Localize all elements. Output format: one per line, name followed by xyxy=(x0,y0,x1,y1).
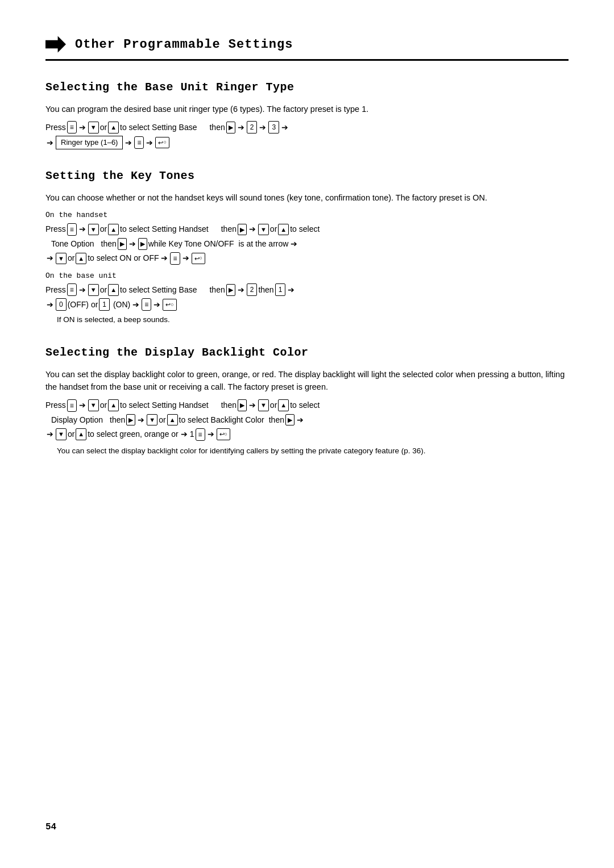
to-select-label1: to select Setting Base xyxy=(120,122,197,133)
nav-right-key3: ▶ xyxy=(118,238,127,250)
page-number: 54 xyxy=(45,820,56,834)
section1-step1: Press ≡ ➔ ▼ or ▲ to select Setting Base … xyxy=(45,121,569,133)
section2-handset-step2: Tone Option then ▶ ➔ ▶ while Key Tone ON… xyxy=(45,238,569,250)
nav-down-key: ▼ xyxy=(88,122,99,133)
section-key-tones: Setting the Key Tones You can choose whe… xyxy=(45,168,569,326)
section2-base-step1: Press ≡ ➔ ▼ or ▲ to select Setting Base … xyxy=(45,283,569,296)
nav-down-key3: ▼ xyxy=(258,224,269,236)
num0-key: 0 xyxy=(56,298,67,311)
or-label1: or xyxy=(100,122,107,133)
nav-down-key4: ▼ xyxy=(56,253,67,265)
then-label1: then xyxy=(209,122,225,133)
chapter-header: Other Programmable Settings xyxy=(45,34,569,61)
num1-key2: 1 xyxy=(99,298,110,311)
chapter-arrow-icon xyxy=(45,34,66,55)
section-ringer-type: Selecting the Base Unit Ringer Type You … xyxy=(45,79,569,149)
section1-title: Selecting the Base Unit Ringer Type xyxy=(45,79,569,96)
section1-description: You can program the desired base unit ri… xyxy=(45,103,569,115)
nav-right-key7: ▶ xyxy=(126,414,135,426)
num1-key: 1 xyxy=(275,283,286,296)
nav-down-key5: ▼ xyxy=(88,284,99,296)
nav-right-key5: ▶ xyxy=(226,284,235,296)
section2-sub2-label: On the base unit xyxy=(45,270,569,282)
nav-right-key6: ▶ xyxy=(238,399,247,411)
section-backlight: Selecting the Display Backlight Color Yo… xyxy=(45,344,569,457)
arrow1: ➔ xyxy=(79,122,86,133)
section2-title: Setting the Key Tones xyxy=(45,168,569,185)
nav-up-key2: ▲ xyxy=(108,224,119,236)
section2-handset-step1: Press ≡ ➔ ▼ or ▲ to select Setting Hands… xyxy=(45,223,569,236)
section2-sub1-label: On the handset xyxy=(45,210,569,221)
arrow7: ➔ xyxy=(146,137,153,149)
cancel-key3: ↩○ xyxy=(163,299,176,311)
section3-step1: Press ≡ ➔ ▼ or ▲ to select Setting Hands… xyxy=(45,399,569,412)
nav-down-key8: ▼ xyxy=(147,414,157,426)
nav-up-key8: ▲ xyxy=(167,414,178,426)
menu-key3: ≡ xyxy=(67,223,77,236)
cancel-key2: ↩○ xyxy=(192,253,205,265)
nav-up-key4: ▲ xyxy=(76,253,86,265)
nav-down-key6: ▼ xyxy=(88,399,99,411)
arrow5: ➔ xyxy=(47,137,53,149)
num3-key: 3 xyxy=(268,121,279,133)
nav-up-key6: ▲ xyxy=(108,399,119,411)
arrow4: ➔ xyxy=(281,122,288,133)
menu-key7: ≡ xyxy=(67,399,77,412)
chapter-title: Other Programmable Settings xyxy=(75,35,293,54)
nav-up-key: ▲ xyxy=(108,122,119,133)
section2-note: If ON is selected, a beep sounds. xyxy=(57,314,569,326)
nav-up-key3: ▲ xyxy=(278,224,289,236)
cancel-key4: ↩○ xyxy=(217,428,230,440)
nav-down-key7: ▼ xyxy=(258,399,269,411)
nav-down-key9: ▼ xyxy=(56,428,67,440)
menu-key8: ≡ xyxy=(196,428,205,441)
section1-step2: ➔ Ringer type (1–6) ➔ ≡ ➔ ↩○ xyxy=(45,136,569,149)
nav-right-key4: ▶ xyxy=(138,238,147,250)
arrow2: ➔ xyxy=(238,122,244,133)
section2-base-step2: ➔ 0 (OFF) or 1 (ON) ➔ ≡ ➔ ↩○ xyxy=(45,298,569,311)
menu-key6: ≡ xyxy=(142,298,151,311)
nav-up-key7: ▲ xyxy=(278,399,289,411)
section3-title: Selecting the Display Backlight Color xyxy=(45,344,569,361)
press-label2: Press xyxy=(45,223,66,235)
nav-up-key5: ▲ xyxy=(108,284,119,296)
menu-key: ≡ xyxy=(67,121,77,133)
section2-handset-step3: ➔ ▼ or ▲ to select ON or OFF ➔ ≡ ➔ ↩○ xyxy=(45,252,569,265)
arrow3: ➔ xyxy=(259,122,266,133)
menu-key4: ≡ xyxy=(170,252,180,265)
press-label4: Press xyxy=(45,399,66,411)
menu-key5: ≡ xyxy=(67,283,77,296)
press-label: Press xyxy=(45,122,66,133)
section2-description: You can choose whether or not the handse… xyxy=(45,191,569,204)
num2-key2: 2 xyxy=(247,283,258,296)
ringer-box: Ringer type (1–6) xyxy=(56,136,123,149)
num2-key: 2 xyxy=(247,121,258,133)
nav-right-key2: ▶ xyxy=(238,224,247,236)
menu-key2: ≡ xyxy=(134,136,144,149)
nav-right-key1: ▶ xyxy=(226,122,235,133)
nav-down-key2: ▼ xyxy=(88,224,99,236)
nav-right-key8: ▶ xyxy=(285,414,294,426)
nav-up-key9: ▲ xyxy=(76,428,86,440)
cancel-key1: ↩○ xyxy=(155,137,169,149)
section3-description: You can set the display backlight color … xyxy=(45,368,569,394)
section3-step3: ➔ ▼ or ▲ to select green, orange or ➔ 1 … xyxy=(45,428,569,441)
arrow6: ➔ xyxy=(125,137,132,149)
press-label3: Press xyxy=(45,284,66,296)
section3-step2: Display Option then ▶ ➔ ▼ or ▲ to select… xyxy=(45,414,569,426)
section3-note: You can select the display backlight col… xyxy=(57,445,569,457)
